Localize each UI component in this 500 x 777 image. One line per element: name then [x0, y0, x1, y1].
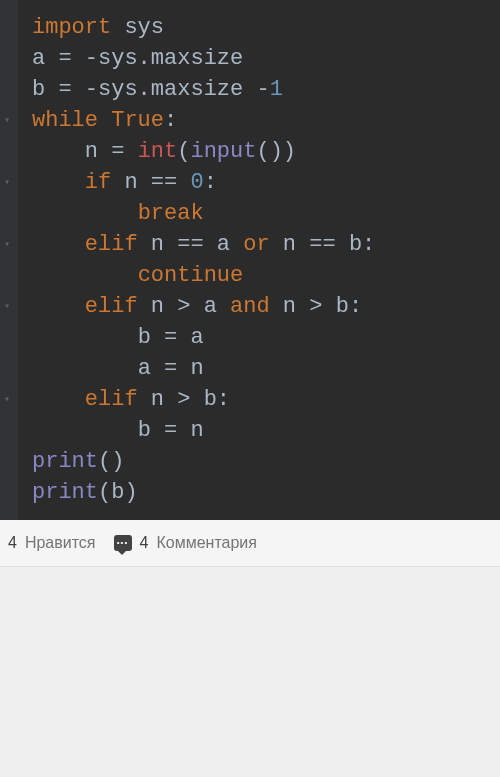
code-line[interactable]: b = a	[32, 322, 492, 353]
code-line[interactable]: import sys	[32, 12, 492, 43]
empty-area	[0, 567, 500, 767]
code-line[interactable]: elif n > b:	[32, 384, 492, 415]
code-line[interactable]: if n == 0:	[32, 167, 492, 198]
like-label: Нравится	[25, 534, 96, 552]
comment-icon: •••	[114, 535, 132, 551]
code-line[interactable]: while True:	[32, 105, 492, 136]
code-line[interactable]: b = n	[32, 415, 492, 446]
fold-marker-icon[interactable]: ▾	[4, 302, 10, 312]
code-line[interactable]: elif n > a and n > b:	[32, 291, 492, 322]
social-bar: 4 Нравится ••• 4 Комментария	[0, 520, 500, 567]
code-line[interactable]: print(b)	[32, 477, 492, 508]
code-line[interactable]: a = -sys.maxsize	[32, 43, 492, 74]
comment-button[interactable]: ••• 4 Комментария	[114, 534, 257, 552]
code-line[interactable]: a = n	[32, 353, 492, 384]
code-content: import sysa = -sys.maxsizeb = -sys.maxsi…	[20, 12, 492, 508]
comment-count: 4	[140, 534, 149, 552]
code-line[interactable]: break	[32, 198, 492, 229]
code-editor[interactable]: import sysa = -sys.maxsizeb = -sys.maxsi…	[0, 0, 500, 520]
fold-marker-icon[interactable]: ▾	[4, 178, 10, 188]
code-line[interactable]: elif n == a or n == b:	[32, 229, 492, 260]
code-line[interactable]: n = int(input())	[32, 136, 492, 167]
fold-marker-icon[interactable]: ▾	[4, 395, 10, 405]
code-line[interactable]: print()	[32, 446, 492, 477]
comment-label: Комментария	[156, 534, 257, 552]
like-button[interactable]: 4 Нравится	[8, 534, 96, 552]
code-line[interactable]: b = -sys.maxsize -1	[32, 74, 492, 105]
fold-marker-icon[interactable]: ▾	[4, 240, 10, 250]
code-line[interactable]: continue	[32, 260, 492, 291]
gutter	[0, 0, 18, 520]
fold-marker-icon[interactable]: ▾	[4, 116, 10, 126]
like-count: 4	[8, 534, 17, 552]
